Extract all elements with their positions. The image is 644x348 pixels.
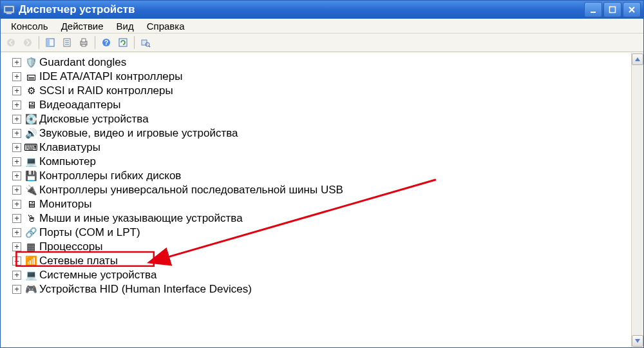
tree-node[interactable]: +🎮Устройства HID (Human Interface Device… <box>12 282 630 296</box>
tree-node[interactable]: +⌨Клавиатуры <box>12 140 630 155</box>
svg-rect-2 <box>6 13 12 14</box>
disk-icon: 💽 <box>25 113 37 125</box>
expand-icon[interactable]: + <box>12 200 21 209</box>
tree-node[interactable]: +▦Процессоры <box>12 240 630 254</box>
tree-node-label: Порты (COM и LPT) <box>39 226 140 240</box>
toolbar-separator <box>39 36 39 49</box>
tree-node-label: IDE ATA/ATAPI контроллеры <box>39 70 182 84</box>
expand-icon[interactable]: + <box>12 58 21 67</box>
svg-rect-19 <box>142 40 147 45</box>
tree-node-label: Компьютер <box>39 155 96 169</box>
toolbar-scan-button[interactable] <box>138 35 153 50</box>
app-icon <box>3 4 15 15</box>
svg-rect-18 <box>119 39 127 46</box>
tree-node[interactable]: +🖥Видеоадаптеры <box>12 98 630 112</box>
toolbar-properties-button[interactable] <box>59 35 75 50</box>
tree-node-label: Контроллеры гибких дисков <box>39 169 181 183</box>
scroll-up-button[interactable] <box>632 53 643 65</box>
floppy-icon: 💾 <box>25 170 37 182</box>
maximize-button[interactable] <box>603 2 621 17</box>
tree-node-label: Мыши и иные указывающие устройства <box>39 211 243 226</box>
content-area: +🛡️Guardant dongles+🖴IDE ATA/ATAPI контр… <box>1 52 643 347</box>
svg-rect-15 <box>82 44 86 46</box>
menu-action[interactable]: Действие <box>55 19 110 33</box>
toolbar-separator <box>95 36 95 49</box>
tree-node[interactable]: +💾Контроллеры гибких дисков <box>12 169 630 183</box>
toolbar-back-button[interactable] <box>3 35 19 50</box>
toolbar-print-button[interactable] <box>76 35 91 50</box>
expand-icon[interactable]: + <box>12 86 21 95</box>
svg-rect-8 <box>46 39 50 46</box>
expand-icon[interactable]: + <box>12 271 21 280</box>
expand-icon[interactable]: + <box>12 143 21 152</box>
tree-node-label: Процессоры <box>39 240 102 254</box>
keyboard-icon: ⌨ <box>25 142 37 153</box>
toolbar-separator <box>134 36 135 49</box>
menu-help[interactable]: Справка <box>140 19 191 33</box>
dongle-icon: 🛡️ <box>25 57 37 68</box>
mouse-icon: 🖱 <box>25 213 37 224</box>
expand-icon[interactable]: − <box>12 256 21 266</box>
tree-node[interactable]: +🖥Мониторы <box>12 197 630 211</box>
tree-node[interactable]: +💻Компьютер <box>12 155 630 169</box>
svg-rect-4 <box>610 7 616 13</box>
svg-point-5 <box>7 39 15 46</box>
expand-icon[interactable]: + <box>12 186 21 195</box>
scroll-down-button[interactable] <box>632 335 643 347</box>
tree-node[interactable]: +🖴IDE ATA/ATAPI контроллеры <box>12 70 630 84</box>
expand-icon[interactable]: + <box>12 171 21 180</box>
expand-icon[interactable]: + <box>12 228 21 237</box>
tree-node-label: Системные устройства <box>39 268 156 282</box>
ide-icon: 🖴 <box>25 71 37 82</box>
tree-node-label: Клавиатуры <box>39 140 100 155</box>
toolbar-refresh-button[interactable] <box>115 35 131 50</box>
sound-icon: 🔊 <box>25 128 37 139</box>
tree-node-label: SCSI и RAID контроллеры <box>39 84 173 98</box>
tree-node[interactable]: +💽Дисковые устройства <box>12 112 630 126</box>
menu-console[interactable]: Консоль <box>5 19 55 33</box>
expand-icon[interactable]: + <box>12 285 21 294</box>
toolbar: ? <box>1 34 643 52</box>
expand-icon[interactable]: + <box>12 72 21 81</box>
tree-node-label: Сетевые платы <box>39 254 118 268</box>
tree-node[interactable]: +🔗Порты (COM и LPT) <box>12 226 630 240</box>
tree-node[interactable]: +🔊Звуковые, видео и игровые устройства <box>12 126 630 140</box>
usb-icon: 🔌 <box>25 184 37 196</box>
tree-node[interactable]: +🔌Контроллеры универсальной последовател… <box>12 183 630 197</box>
tree-node[interactable]: +🖱Мыши и иные указывающие устройства <box>12 211 630 226</box>
tree-node-label: Мониторы <box>39 197 91 211</box>
hid-icon: 🎮 <box>25 284 37 295</box>
close-button[interactable] <box>623 2 641 17</box>
expand-icon[interactable]: + <box>12 115 21 124</box>
tree-node-label: Контроллеры универсальной последовательн… <box>39 183 343 197</box>
tree-node-label: Дисковые устройства <box>39 112 149 126</box>
device-tree[interactable]: +🛡️Guardant dongles+🖴IDE ATA/ATAPI контр… <box>1 53 631 347</box>
expand-icon[interactable]: + <box>12 101 21 110</box>
expand-icon[interactable]: + <box>12 157 21 166</box>
tree-node-label: Guardant dongles <box>39 55 126 70</box>
svg-rect-14 <box>82 39 86 42</box>
tree-node[interactable]: +🛡️Guardant dongles <box>12 55 630 70</box>
menu-view[interactable]: Вид <box>110 19 140 33</box>
svg-rect-3 <box>591 12 596 13</box>
tree-node[interactable]: +⚙SCSI и RAID контроллеры <box>12 84 630 98</box>
expand-icon[interactable]: + <box>12 242 21 251</box>
tree-node[interactable]: +💻Системные устройства <box>12 268 630 282</box>
window-title: Диспетчер устройств <box>19 3 135 16</box>
expand-icon[interactable]: + <box>12 129 21 138</box>
network-icon: 📶 <box>25 255 37 267</box>
monitor-icon: 🖥 <box>25 198 37 210</box>
tree-node[interactable]: −📶Сетевые платы <box>12 254 630 268</box>
titlebar: Диспетчер устройств <box>1 1 643 19</box>
expand-icon[interactable]: + <box>12 214 21 223</box>
toolbar-forward-button[interactable] <box>20 35 35 50</box>
vertical-scrollbar[interactable] <box>631 53 643 347</box>
toolbar-show-hide-button[interactable] <box>43 35 58 50</box>
svg-text:?: ? <box>104 39 108 46</box>
tree-node-label: Звуковые, видео и игровые устройства <box>39 126 238 140</box>
minimize-button[interactable] <box>584 2 602 17</box>
toolbar-help-button[interactable]: ? <box>99 35 114 50</box>
tree-node-label: Устройства HID (Human Interface Devices) <box>39 282 252 296</box>
tree-node-label: Видеоадаптеры <box>39 98 120 112</box>
system-icon: 💻 <box>25 269 37 281</box>
